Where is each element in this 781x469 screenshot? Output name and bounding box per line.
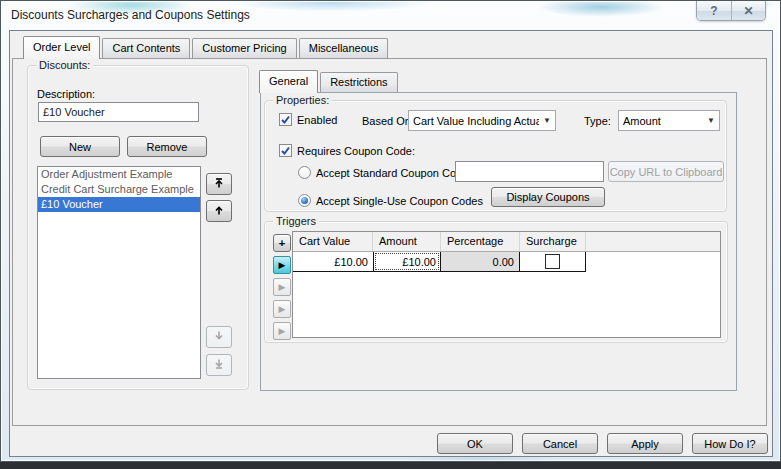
accept-single-use-radio[interactable] [298, 194, 311, 207]
column-header-surcharge[interactable]: Surcharge [520, 232, 586, 251]
cell-filler [586, 252, 720, 272]
accept-standard-radio[interactable] [298, 166, 311, 179]
dropdown-arrow-icon: ▼ [539, 116, 551, 125]
based-on-dropdown[interactable]: Cart Value Including Actua ▼ [408, 110, 556, 131]
standard-coupon-code-input[interactable] [455, 161, 604, 182]
tab-restrictions[interactable]: Restrictions [320, 72, 397, 92]
accept-standard-label: Accept Standard Coupon Codes [316, 167, 474, 179]
enabled-checkbox[interactable] [279, 113, 292, 126]
ok-button[interactable]: OK [437, 433, 513, 454]
close-button[interactable]: ✕ [731, 1, 765, 20]
tab-cart-contents[interactable]: Cart Contents [102, 38, 190, 58]
trigger-row: £10.00 £10.00 0.00 [293, 252, 720, 272]
footer-buttons: OK Cancel Apply How Do I? [10, 433, 768, 454]
surcharge-checkbox[interactable] [545, 254, 560, 269]
move-down-icon [213, 330, 225, 344]
how-do-i-button[interactable]: How Do I? [692, 433, 768, 454]
list-item-selected[interactable]: £10 Voucher [38, 197, 200, 212]
requires-coupon-checkbox[interactable] [279, 144, 292, 157]
dropdown-arrow-icon: ▼ [703, 116, 715, 125]
description-input[interactable] [38, 102, 199, 122]
description-label: Description: [37, 88, 95, 100]
column-header-amount[interactable]: Amount [373, 232, 441, 251]
row-selector-active[interactable]: ▶ [273, 256, 291, 274]
help-button[interactable]: ? [697, 1, 731, 20]
list-item[interactable]: Order Adjustment Example [38, 167, 200, 182]
based-on-label: Based On: [362, 115, 414, 127]
tab-customer-pricing[interactable]: Customer Pricing [192, 38, 296, 58]
main-tabstrip: Order Level Cart Contents Customer Prici… [23, 36, 390, 58]
cell-surcharge[interactable] [520, 252, 586, 272]
check-icon [280, 145, 291, 156]
tab-order-level[interactable]: Order Level [23, 36, 100, 59]
triggers-groupbox: Triggers + ▶ ▶ ▶ ▶ [264, 221, 728, 343]
move-to-bottom-icon [213, 358, 225, 372]
window-title: Discounts Surcharges and Coupons Setting… [11, 8, 250, 22]
cell-amount-editing[interactable]: £10.00 [373, 252, 441, 272]
help-icon: ? [710, 4, 717, 18]
cell-cart-value[interactable]: £10.00 [293, 252, 373, 272]
discounts-group-label: Discounts: [36, 59, 93, 71]
column-header-cart-value[interactable]: Cart Value [293, 232, 373, 251]
column-header-filler [586, 232, 720, 251]
move-up-icon [213, 204, 225, 218]
remove-button[interactable]: Remove [127, 136, 207, 157]
triggers-grid: Cart Value Amount Percentage Surcharge £… [292, 231, 721, 338]
row-selector[interactable]: ▶ [273, 300, 291, 318]
general-tabstrip: General Restrictions [259, 70, 400, 92]
type-dropdown[interactable]: Amount ▼ [618, 110, 720, 131]
copy-url-button[interactable]: Copy URL to Clipboard [608, 161, 724, 182]
tab-miscellaneous[interactable]: Miscellaneous [299, 38, 389, 58]
titlebar[interactable]: Discounts Surcharges and Coupons Setting… [1, 1, 781, 30]
caption-buttons: ? ✕ [696, 1, 766, 21]
list-item[interactable]: Credit Cart Surcharge Example [38, 182, 200, 197]
cell-percentage[interactable]: 0.00 [441, 252, 520, 272]
apply-button[interactable]: Apply [607, 433, 683, 454]
move-to-top-icon [213, 177, 225, 191]
row-selector[interactable]: ▶ [273, 278, 291, 296]
requires-coupon-label: Requires Coupon Code: [297, 145, 415, 157]
row-selector[interactable]: ▶ [273, 322, 291, 340]
accept-single-use-label: Accept Single-Use Coupon Codes [316, 195, 483, 207]
cancel-button[interactable]: Cancel [522, 433, 598, 454]
dialog-window: Discounts Surcharges and Coupons Setting… [0, 0, 781, 469]
move-to-bottom-button[interactable] [206, 354, 232, 376]
triggers-grid-header: Cart Value Amount Percentage Surcharge [293, 232, 720, 252]
general-tab-page: Properties: Enabled Based On: Cart Value… [260, 92, 737, 391]
close-icon: ✕ [743, 4, 753, 18]
row-arrow-icon: ▶ [279, 260, 286, 270]
properties-group-label: Properties: [273, 94, 332, 106]
move-to-top-button[interactable] [206, 173, 232, 195]
type-label: Type: [584, 115, 611, 127]
add-icon: + [279, 237, 285, 249]
move-down-button[interactable] [206, 326, 232, 348]
discounts-listbox[interactable]: Order Adjustment Example Credit Cart Sur… [37, 166, 201, 379]
column-header-percentage[interactable]: Percentage [441, 232, 520, 251]
enabled-label: Enabled [297, 114, 337, 126]
window-frame: Discounts Surcharges and Coupons Setting… [0, 0, 781, 462]
dialog-client-area: Order Level Cart Contents Customer Prici… [9, 30, 773, 457]
tab-general[interactable]: General [259, 70, 318, 93]
row-arrow-icon: ▶ [279, 282, 286, 292]
check-icon [280, 114, 291, 125]
row-arrow-icon: ▶ [279, 326, 286, 336]
move-up-button[interactable] [206, 200, 232, 222]
new-button[interactable]: New [40, 136, 120, 157]
add-row-button[interactable]: + [273, 234, 291, 252]
display-coupons-button[interactable]: Display Coupons [491, 187, 605, 207]
triggers-group-label: Triggers [273, 215, 319, 227]
row-arrow-icon: ▶ [279, 304, 286, 314]
properties-groupbox: Properties: Enabled Based On: Cart Value… [264, 100, 727, 212]
